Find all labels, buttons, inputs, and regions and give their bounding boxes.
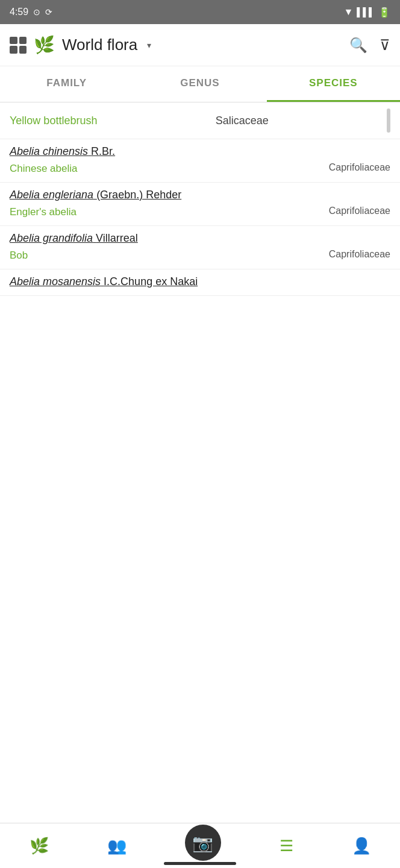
tab-genus[interactable]: GENUS — [133, 66, 266, 102]
card-info: Abelia engleriana (Graebn.) Rehder Engle… — [0, 183, 400, 225]
status-bar: 4:59 ⊙ ⟳ ▼ ▌▌▌ 🔋 — [0, 0, 400, 24]
family-filter-value: Salicaceae — [216, 115, 269, 127]
species-card-abelia-engleriana: Abelia engleriana (Graebn.) Rehder Engle… — [0, 183, 400, 226]
nav-community[interactable]: 👥 — [107, 837, 127, 855]
sync-icon: ⟳ — [45, 7, 52, 17]
species-name-italic: Abelia mosanensis — [10, 275, 101, 288]
battery-icon: 🔋 — [378, 7, 390, 18]
species-name-italic: Abelia chinensis — [10, 145, 88, 157]
filter-icon[interactable]: ⊽ — [380, 37, 390, 54]
nav-list[interactable]: ☰ — [280, 837, 293, 855]
app-title: World flora — [62, 36, 137, 54]
common-name: Bob — [10, 250, 28, 262]
flora-nav-icon: 🌿 — [30, 837, 49, 855]
gps-icon: ⊙ — [33, 7, 40, 17]
species-author: I.C.Chung ex Nakai — [104, 275, 198, 288]
species-scientific-name[interactable]: Abelia mosanensis I.C.Chung ex Nakai — [10, 275, 390, 288]
tab-family[interactable]: FAMILY — [0, 66, 133, 102]
header-left: 🌿 World flora ▾ — [10, 35, 151, 55]
time: 4:59 — [10, 7, 28, 17]
family-name: Caprifoliaceae — [329, 162, 390, 173]
card-info: Abelia grandifolia Villarreal Bob Caprif… — [0, 226, 400, 269]
header: 🌿 World flora ▾ 🔍 ⊽ — [0, 24, 400, 66]
nav-flora[interactable]: 🌿 — [30, 837, 49, 855]
species-card-abelia-mosanensis: +A..Z Abelia mosanensis I.C.Chung ex Nak… — [0, 269, 400, 296]
species-name-italic: Abelia grandifolia — [10, 232, 93, 244]
tab-species[interactable]: SPECIES — [267, 66, 400, 102]
filter-row: Yellow bottlebrush Salicaceae — [0, 102, 400, 139]
tabs-bar: FAMILY GENUS SPECIES — [0, 66, 400, 102]
species-scientific-name[interactable]: Abelia chinensis R.Br. — [10, 145, 390, 158]
species-scientific-name[interactable]: Abelia engleriana (Graebn.) Rehder — [10, 189, 390, 201]
nav-camera[interactable]: 📷 — [185, 831, 221, 861]
species-name-italic: Abelia engleriana — [10, 189, 93, 201]
profile-nav-icon: 👤 — [352, 837, 371, 855]
species-list: +10 Abelia chinensis R.Br. Chinese abeli… — [0, 139, 400, 344]
status-left: 4:59 ⊙ ⟳ — [10, 7, 52, 17]
card-info: Abelia mosanensis I.C.Chung ex Nakai — [0, 269, 400, 295]
camera-button[interactable]: 📷 — [185, 825, 221, 861]
scroll-indicator — [387, 108, 390, 133]
list-nav-icon: ☰ — [280, 837, 293, 855]
status-right: ▼ ▌▌▌ 🔋 — [343, 7, 390, 18]
app-logo-icon: 🌿 — [34, 35, 55, 55]
species-author: Villarreal — [96, 232, 138, 244]
species-card-abelia-grandifolia: +164 Abelia grandifolia Villarreal Bob C… — [0, 226, 400, 269]
common-name: Chinese abelia — [10, 163, 77, 175]
family-name: Caprifoliaceae — [329, 206, 390, 216]
species-card-abelia-chinensis: +10 Abelia chinensis R.Br. Chinese abeli… — [0, 139, 400, 183]
search-icon[interactable]: 🔍 — [349, 37, 367, 54]
wifi-icon: ▼ — [343, 7, 353, 17]
title-chevron-icon[interactable]: ▾ — [147, 40, 151, 50]
nav-profile[interactable]: 👤 — [352, 837, 371, 855]
species-scientific-name[interactable]: Abelia grandifolia Villarreal — [10, 232, 390, 245]
signal-icon: ▌▌▌ — [357, 7, 375, 17]
species-author: R.Br. — [91, 145, 115, 157]
species-author: (Graebn.) Rehder — [96, 189, 181, 201]
community-nav-icon: 👥 — [107, 837, 127, 855]
card-info: Abelia chinensis R.Br. Chinese abelia Ca… — [0, 139, 400, 182]
filter-text[interactable]: Yellow bottlebrush — [10, 115, 97, 127]
camera-nav-icon: 📷 — [192, 833, 213, 853]
header-right: 🔍 ⊽ — [349, 37, 390, 54]
common-name: Engler's abelia — [10, 206, 77, 218]
grid-view-icon[interactable] — [10, 37, 27, 54]
family-name: Caprifoliaceae — [329, 249, 390, 260]
home-indicator — [164, 862, 236, 865]
bottom-nav: 🌿 👥 📷 ☰ 👤 — [0, 823, 400, 868]
